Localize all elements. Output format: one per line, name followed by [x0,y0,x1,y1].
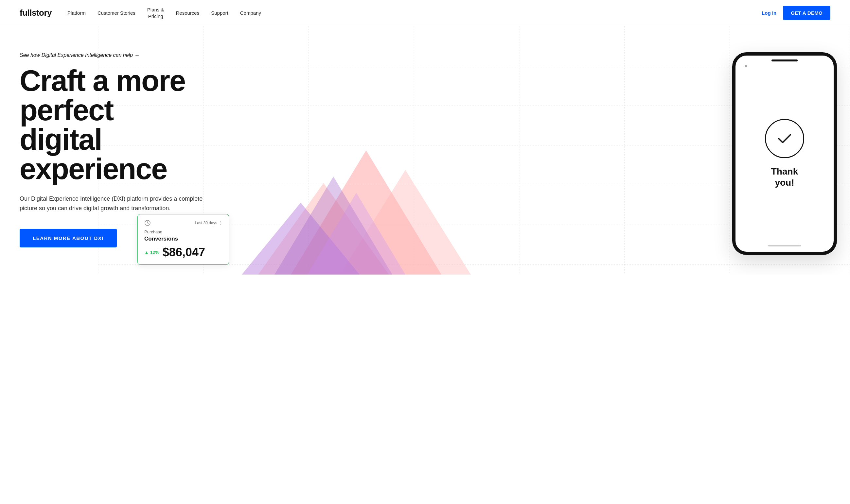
stats-value-row: ▲ 12% $86,047 [144,246,222,259]
phone-frame: × Thankyou! [732,52,837,255]
hero-description: Our Digital Experience Intelligence (DXI… [20,194,203,213]
nav-item-support[interactable]: Support [211,10,228,16]
hero-title: Craft a more perfect digital experience [20,66,242,184]
phone-mockup: × Thankyou! [732,52,837,255]
nav-item-resources[interactable]: Resources [176,10,200,16]
clock-icon [144,220,151,226]
main-nav: Platform Customer Stories Plans & Pricin… [67,6,762,19]
stats-label: Purchase [144,230,222,234]
nav-item-customer-stories[interactable]: Customer Stories [98,10,136,16]
logo[interactable]: fullstory [20,8,52,18]
stats-number: $86,047 [162,246,205,259]
stats-card-header: Last 30 days ⋮ [144,220,222,226]
learn-more-button[interactable]: LEARN MORE ABOUT DXI [20,229,117,248]
checkmark-icon [765,119,804,158]
login-link[interactable]: Log in [762,10,776,16]
phone-notch [771,59,798,61]
nav-item-platform[interactable]: Platform [67,10,86,16]
stats-change: ▲ 12% [144,250,159,255]
phone-scrollbar [768,245,801,247]
nav-item-plans-pricing[interactable]: Plans & Pricing [147,6,164,19]
close-icon[interactable]: × [742,62,750,70]
hero-eyebrow[interactable]: See how Digital Experience Intelligence … [20,52,242,58]
stats-period: Last 30 days ⋮ [195,221,222,225]
stats-card: Last 30 days ⋮ Purchase Conversions ▲ 12… [137,214,229,265]
phone-thank-you-text: Thankyou! [771,166,798,188]
header: fullstory Platform Customer Stories Plan… [0,0,850,26]
hero-section: See how Digital Experience Intelligence … [0,26,850,274]
stats-title: Conversions [144,236,222,242]
header-actions: Log in GET A DEMO [762,6,830,20]
nav-item-company[interactable]: Company [240,10,261,16]
get-demo-button[interactable]: GET A DEMO [783,6,830,20]
